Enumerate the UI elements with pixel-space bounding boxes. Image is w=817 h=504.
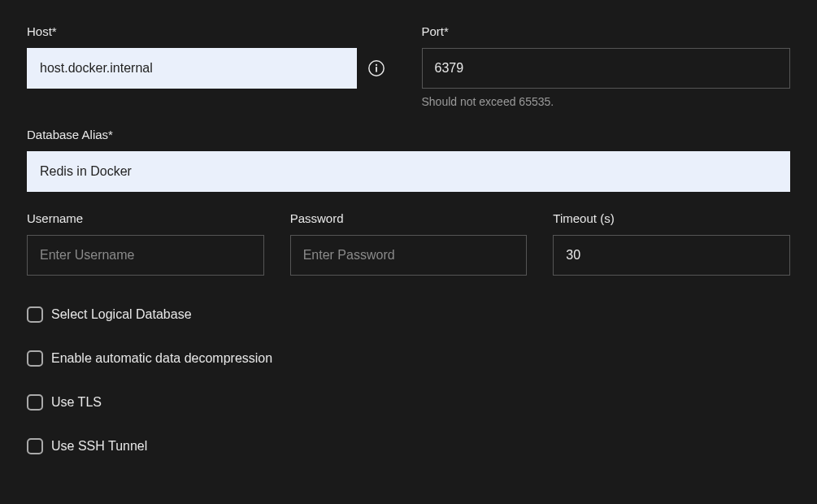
password-label: Password bbox=[290, 211, 528, 225]
svg-point-1 bbox=[375, 64, 376, 66]
username-field: Username bbox=[27, 211, 264, 276]
timeout-label: Timeout (s) bbox=[553, 211, 790, 225]
password-input[interactable] bbox=[290, 235, 528, 276]
checkbox-icon bbox=[27, 306, 43, 323]
host-field: Host* bbox=[27, 24, 396, 108]
timeout-field: Timeout (s) bbox=[553, 211, 790, 276]
port-hint: Should not exceed 65535. bbox=[422, 95, 791, 108]
timeout-input[interactable] bbox=[553, 235, 790, 276]
alias-input[interactable] bbox=[27, 151, 790, 192]
checkbox-label: Use SSH Tunnel bbox=[51, 439, 147, 454]
select-logical-database-checkbox[interactable]: Select Logical Database bbox=[27, 306, 790, 323]
port-label: Port* bbox=[422, 24, 791, 38]
checkbox-label: Select Logical Database bbox=[51, 307, 192, 322]
port-field: Port* Should not exceed 65535. bbox=[422, 24, 791, 108]
checkbox-icon bbox=[27, 350, 43, 367]
alias-label: Database Alias* bbox=[27, 128, 790, 141]
checkbox-icon bbox=[27, 438, 43, 454]
port-input[interactable] bbox=[422, 48, 791, 89]
use-tls-checkbox[interactable]: Use TLS bbox=[27, 394, 790, 411]
host-input[interactable] bbox=[27, 48, 357, 89]
alias-field: Database Alias* bbox=[27, 128, 790, 192]
host-info-button[interactable] bbox=[357, 48, 396, 89]
checkbox-label: Enable automatic data decompression bbox=[51, 351, 272, 366]
username-input[interactable] bbox=[27, 235, 264, 276]
enable-decompression-checkbox[interactable]: Enable automatic data decompression bbox=[27, 350, 790, 367]
svg-rect-2 bbox=[376, 67, 377, 72]
use-ssh-tunnel-checkbox[interactable]: Use SSH Tunnel bbox=[27, 438, 790, 454]
checkbox-icon bbox=[27, 394, 43, 411]
username-label: Username bbox=[27, 211, 264, 225]
host-label: Host* bbox=[27, 24, 396, 38]
password-field: Password bbox=[290, 211, 528, 276]
info-icon bbox=[367, 59, 385, 77]
checkbox-label: Use TLS bbox=[51, 395, 102, 410]
